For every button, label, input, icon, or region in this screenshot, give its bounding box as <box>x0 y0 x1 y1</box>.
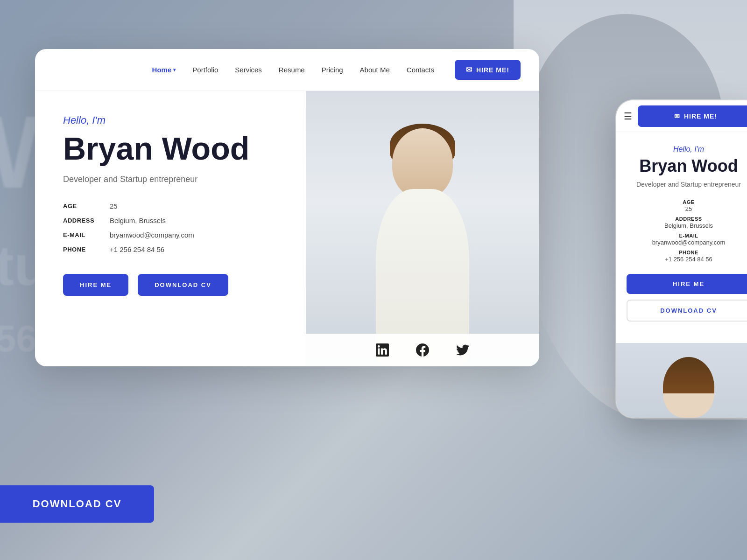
info-table: AGE 25 ADDRESS Belgium, Brussels E-MAIL … <box>63 202 282 253</box>
bg-download-button: DOWNLOAD CV <box>0 485 154 523</box>
card-content: Hello, I'm Bryan Wood Developer and Star… <box>35 91 539 366</box>
phone-address-value: Belgium, Brussels <box>627 222 747 229</box>
nav-about[interactable]: About Me <box>352 62 397 77</box>
nav-services[interactable]: Services <box>227 62 269 77</box>
download-cv-button[interactable]: DOWNLOAD CV <box>138 274 228 296</box>
hamburger-icon[interactable]: ☰ <box>624 111 632 122</box>
phone-age-value: 25 <box>627 205 747 212</box>
age-label: AGE <box>63 203 110 210</box>
linkedin-icon[interactable] <box>374 342 391 358</box>
person-figure <box>348 110 497 366</box>
phone-mockup: ☰ ✉ HIRE ME! Hello, I'm Bryan Wood Devel… <box>616 100 747 418</box>
phone-download-cv-button[interactable]: DOWNLOAD CV <box>627 300 747 322</box>
phone-greeting: Hello, I'm <box>673 145 704 154</box>
phone-top-bar: ☰ ✉ HIRE ME! <box>616 100 747 132</box>
nav-links: Home ▾ Portfolio Services Resume Pricing… <box>145 62 442 77</box>
navigation: Home ▾ Portfolio Services Resume Pricing… <box>35 49 539 91</box>
facebook-icon[interactable] <box>414 342 431 358</box>
bg-text-num: 56 <box>0 317 37 360</box>
phone-phone-value: +1 256 254 84 56 <box>627 256 747 263</box>
phone-bottom-photo <box>616 343 747 418</box>
left-info-panel: Hello, I'm Bryan Wood Developer and Star… <box>35 91 306 366</box>
phone-address-group: ADDRESS Belgium, Brussels <box>627 216 747 229</box>
nav-home[interactable]: Home ▾ <box>145 62 183 77</box>
phone-age-label: AGE <box>627 199 747 205</box>
person-head <box>392 128 453 198</box>
subtitle-text: Developer and Startup entrepreneur <box>63 175 282 184</box>
mail-icon: ✉ <box>466 65 472 74</box>
phone-mail-icon: ✉ <box>674 112 680 120</box>
phone-action-buttons: HIRE ME DOWNLOAD CV <box>627 274 747 322</box>
main-card: Home ▾ Portfolio Services Resume Pricing… <box>35 49 539 366</box>
phone-value: +1 256 254 84 56 <box>110 245 282 253</box>
phone-email-group: E-MAIL bryanwood@company.com <box>627 233 747 246</box>
phone-email-value: bryanwood@company.com <box>627 239 747 246</box>
address-label: ADDRESS <box>63 217 110 224</box>
phone-address-label: ADDRESS <box>627 216 747 222</box>
phone-phone-group: PHONE +1 256 254 84 56 <box>627 250 747 263</box>
social-bar <box>306 334 539 366</box>
phone-content: Hello, I'm Bryan Wood Developer and Star… <box>616 132 747 343</box>
phone-info-table: AGE 25 ADDRESS Belgium, Brussels E-MAIL … <box>627 199 747 263</box>
twitter-icon[interactable] <box>454 342 471 358</box>
email-label: E-MAIL <box>63 231 110 238</box>
phone-phone-label: PHONE <box>627 250 747 255</box>
hire-me-nav-button[interactable]: ✉ HIRE ME! <box>455 60 521 80</box>
hire-me-button[interactable]: HIRE ME <box>63 274 128 296</box>
phone-label: PHONE <box>63 246 110 253</box>
nav-pricing[interactable]: Pricing <box>314 62 351 77</box>
address-value: Belgium, Brussels <box>110 217 282 224</box>
email-value: bryanwood@company.com <box>110 231 282 239</box>
phone-age-group: AGE 25 <box>627 199 747 212</box>
chevron-down-icon: ▾ <box>173 67 176 72</box>
name-heading: Bryan Wood <box>63 131 282 166</box>
phone-hire-me-button[interactable]: HIRE ME <box>627 274 747 294</box>
phone-name: Bryan Wood <box>639 156 738 176</box>
phone-email-label: E-MAIL <box>627 233 747 238</box>
phone-subtitle: Developer and Startup entrepreneur <box>636 181 741 188</box>
greeting-text: Hello, I'm <box>63 114 282 126</box>
nav-resume[interactable]: Resume <box>271 62 312 77</box>
photo-background <box>306 91 539 366</box>
phone-person-head <box>663 357 714 418</box>
nav-contacts[interactable]: Contacts <box>399 62 442 77</box>
nav-portfolio[interactable]: Portfolio <box>185 62 226 77</box>
age-value: 25 <box>110 202 282 210</box>
action-buttons: HIRE ME DOWNLOAD CV <box>63 274 282 296</box>
right-photo-panel <box>306 91 539 366</box>
phone-hire-nav-button[interactable]: ✉ HIRE ME! <box>638 105 747 127</box>
